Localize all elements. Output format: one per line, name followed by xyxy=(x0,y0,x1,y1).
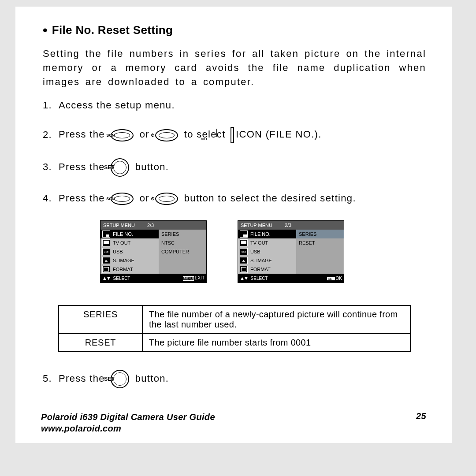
footer-guide-title: Polaroid i639 Digital Camera User Guide xyxy=(41,411,215,423)
footer-url: www.polaroid.com xyxy=(41,423,215,434)
menu-row-usb: USB xyxy=(100,247,159,256)
usb-icon xyxy=(102,248,110,255)
set-button-icon: SET xyxy=(327,277,335,280)
menu-row-s-image: S. IMAGE xyxy=(238,256,296,265)
table-row: RESET The picture file number starts fro… xyxy=(59,334,410,352)
title-text: File No. Reset Setting xyxy=(52,23,173,37)
step-5: 5.Press the SET button. xyxy=(43,370,426,388)
menu-row-file-no: FILE NO. xyxy=(238,230,296,238)
screenshot-row: SETUP MENU2/3 FILE NO. TV OUT USB S. IMA… xyxy=(100,220,426,283)
scn-up-button-icon: SCN xyxy=(111,193,134,205)
intro-paragraph: Setting the file numbers in series for a… xyxy=(43,47,426,89)
up-down-arrows-icon: ▲▼ xyxy=(240,275,248,281)
cell-reset-label: RESET xyxy=(59,334,142,352)
step-1: 1.Access the setup menu. xyxy=(43,99,426,112)
menu-row-format: FORMAT xyxy=(238,265,296,274)
cell-series-desc: The file number of a newly-captured pict… xyxy=(142,305,410,334)
bullet-icon: • xyxy=(43,24,48,37)
menu-button-icon: MENU xyxy=(183,276,194,281)
step-2: 2.Press the SCN or ⏱ to select ICON (FIL… xyxy=(43,127,426,143)
menu-row-tv-out: TV OUT xyxy=(238,238,296,247)
step-3: 3.Press the SET button. xyxy=(43,158,426,177)
s-image-icon xyxy=(102,257,110,264)
page-footer: Polaroid i639 Digital Camera User Guide … xyxy=(15,411,452,434)
menu-row-usb: USB xyxy=(238,247,296,256)
option-series: SERIES xyxy=(296,230,344,238)
setup-menu-screenshot-right: SETUP MENU2/3 FILE NO. TV OUT USB S. IMA… xyxy=(238,220,344,283)
menu-row-file-no: FILE NO. xyxy=(100,230,159,238)
file-no-icon xyxy=(240,231,248,238)
file-no-icon xyxy=(231,127,234,143)
value-series: SERIES xyxy=(159,230,206,238)
option-reset: RESET xyxy=(296,238,344,247)
cell-reset-desc: The picture file number starts from 0001 xyxy=(142,334,410,352)
value-ntsc: NTSC xyxy=(159,238,206,247)
menu-row-format: FORMAT xyxy=(100,265,159,274)
step-4: 4.Press the SCN or ⏱ button to select th… xyxy=(43,192,426,205)
definitions-table: SERIES The file number of a newly-captur… xyxy=(58,305,411,352)
usb-icon xyxy=(240,248,248,255)
menu-row-tv-out: TV OUT xyxy=(100,238,159,247)
table-row: SERIES The file number of a newly-captur… xyxy=(59,305,410,334)
tv-out-icon xyxy=(102,239,110,246)
setup-menu-screenshot-left: SETUP MENU2/3 FILE NO. TV OUT USB S. IMA… xyxy=(100,220,207,283)
format-icon xyxy=(102,266,110,273)
menu-row-s-image: S. IMAGE xyxy=(100,256,159,265)
s-image-icon xyxy=(240,257,248,264)
set-button-icon: SET xyxy=(111,370,129,388)
timer-down-button-icon: ⏱ xyxy=(155,129,178,141)
page-number: 25 xyxy=(416,411,426,434)
section-title: • File No. Reset Setting xyxy=(43,23,426,37)
tv-out-icon xyxy=(240,239,248,246)
cell-series-label: SERIES xyxy=(59,305,142,334)
instruction-list: 1.Access the setup menu. 2.Press the SCN… xyxy=(43,99,426,205)
timer-down-button-icon: ⏱ xyxy=(155,193,178,205)
scn-up-button-icon: SCN xyxy=(111,129,134,141)
value-computer: COMPUTER xyxy=(159,247,206,256)
file-no-icon xyxy=(102,231,110,238)
format-icon xyxy=(240,266,248,273)
instruction-list-cont: 5.Press the SET button. xyxy=(43,370,426,388)
set-button-icon: SET xyxy=(111,158,129,177)
up-down-arrows-icon: ▲▼ xyxy=(102,275,110,281)
